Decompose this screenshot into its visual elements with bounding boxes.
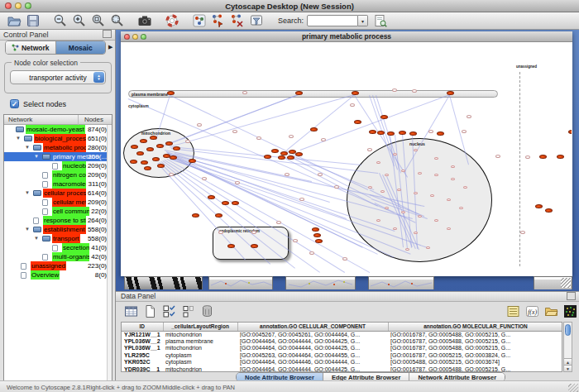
network-node[interactable] [144, 166, 151, 170]
frame-resize-grip[interactable] [561, 278, 571, 288]
color-attribute-dropdown[interactable]: transporter activity ▲▼ [10, 70, 106, 84]
network-node[interactable] [535, 204, 543, 208]
expander-icon[interactable]: ▼ [25, 143, 30, 152]
network-node[interactable] [189, 159, 196, 163]
network-node[interactable] [131, 145, 138, 149]
network-node[interactable] [447, 91, 454, 95]
create-view-icon[interactable] [211, 13, 226, 28]
tree-row[interactable]: multi-organism pro42(0) [4, 252, 108, 261]
network-node[interactable] [313, 233, 321, 237]
frame-close-button[interactable] [124, 34, 130, 40]
network-node[interactable] [278, 155, 285, 160]
new-attribute-icon[interactable] [143, 304, 157, 318]
column-header[interactable]: annotation.GO CELLULAR_COMPONENT [237, 323, 388, 331]
tree-row[interactable]: secretion41(0) [4, 243, 108, 252]
search-input[interactable] [307, 15, 358, 26]
table-scrollbar[interactable]: ▲ ▼ [563, 322, 572, 372]
tree-row[interactable]: nitrogen compo209(0) [4, 170, 108, 179]
network-node[interactable] [539, 155, 547, 159]
search-dropdown-button[interactable]: ▾ [358, 15, 368, 26]
network-node[interactable] [409, 131, 417, 136]
tree-row[interactable]: cellular metabol209(0) [4, 198, 108, 207]
network-node[interactable] [208, 195, 215, 199]
save-session-icon[interactable] [26, 13, 41, 28]
frame-minimize-button[interactable] [132, 34, 138, 40]
network-node[interactable] [215, 213, 223, 218]
network-node[interactable] [222, 201, 229, 205]
import-attributes-icon[interactable] [544, 304, 558, 318]
expander-icon[interactable]: ▼ [25, 189, 30, 198]
snapshot-camera-icon[interactable] [137, 13, 152, 28]
zoom-in-icon[interactable] [72, 13, 87, 28]
network-frame-titlebar[interactable]: primary metabolic process [121, 31, 572, 42]
tree-row[interactable]: nucleobase-209(0) [4, 161, 108, 170]
tree-row[interactable]: ▼cellular process614(0) [4, 189, 108, 198]
table-row[interactable]: YLR295Ccytoplasm[GO:0045263, GO:0044464,… [122, 351, 562, 358]
background-window-zoomed[interactable] [124, 276, 203, 289]
table-row[interactable]: YPL036W__2plasma membrane[GO:0044464, GO… [122, 337, 562, 344]
frame-zoom-button[interactable] [141, 34, 146, 40]
network-node[interactable] [289, 150, 296, 154]
background-window-4[interactable] [534, 276, 572, 289]
tree-row[interactable]: response to stimulu264(0) [4, 216, 108, 225]
tree-row[interactable]: ▼establishment of lo558(0) [4, 225, 108, 234]
zoom-selected-icon[interactable] [110, 13, 125, 28]
network-node[interactable] [173, 146, 180, 151]
network-canvas[interactable]: plasma membrane cytoplasm mitochondrion … [122, 42, 572, 276]
network-node[interactable] [152, 157, 160, 161]
tree-row[interactable]: ▼primary metabo209(... [4, 152, 108, 161]
network-node[interactable] [156, 144, 164, 148]
network-node[interactable] [437, 131, 444, 136]
background-window-1[interactable] [208, 276, 273, 289]
network-node[interactable] [295, 152, 303, 156]
select-attributes-icon[interactable] [162, 304, 176, 318]
tree-row[interactable]: mosaic-demo-yeast874(0) [4, 125, 108, 134]
tree-row[interactable]: macromolecule311(0) [4, 179, 108, 189]
network-node[interactable] [354, 120, 361, 124]
scroll-down-button[interactable]: ▼ [564, 365, 572, 371]
tab-mosaic[interactable]: Mosaic [56, 41, 106, 54]
network-node[interactable] [387, 131, 395, 136]
network-node[interactable] [271, 149, 279, 153]
network-node[interactable] [170, 155, 177, 160]
expander-icon[interactable]: ▼ [34, 152, 39, 161]
network-node[interactable] [136, 151, 144, 155]
formula-fx-icon[interactable]: f(x) [525, 304, 539, 318]
network-node[interactable] [315, 239, 323, 243]
zoom-button[interactable] [25, 2, 31, 9]
tree-row[interactable]: Overview8(0) [4, 270, 108, 280]
network-node[interactable] [141, 160, 148, 165]
close-button[interactable] [5, 2, 12, 9]
tree-row[interactable]: ▼biological_process651(0) [4, 134, 108, 143]
annotation-icon[interactable] [192, 13, 207, 28]
expander-icon[interactable]: ▼ [16, 134, 21, 143]
tab-overflow-arrow[interactable]: ▶ [108, 44, 112, 50]
zoom-out-icon[interactable] [53, 13, 68, 28]
delete-attribute-icon[interactable] [200, 304, 214, 318]
select-nodes-checkbox[interactable]: ✓ [10, 99, 19, 108]
network-node[interactable] [568, 130, 572, 134]
help-lifering-icon[interactable] [165, 13, 179, 28]
expander-icon[interactable]: ▼ [25, 225, 30, 234]
column-header[interactable]: ID [122, 323, 163, 331]
float-panel-icon[interactable] [104, 31, 112, 38]
network-node[interactable] [227, 244, 235, 248]
vizmapper-icon[interactable] [249, 13, 264, 28]
scroll-up-button[interactable]: ▲ [564, 358, 572, 365]
network-node[interactable] [140, 139, 147, 143]
window-resize-grip[interactable] [568, 384, 578, 392]
scrollbar-thumb[interactable] [565, 324, 571, 336]
network-node[interactable] [232, 201, 239, 205]
tree-row[interactable]: ▼metabolic process280(0) [4, 143, 108, 152]
table-row[interactable]: YKR052Ccytoplasm[GO:0044464, GO:0044446,… [122, 359, 562, 366]
table-row[interactable]: YJR121W__1mitochondrion[GO:0045267, GO:0… [122, 331, 562, 337]
column-header[interactable]: annotation.GO MOLECULAR_FUNCTION [388, 323, 562, 331]
destroy-view-icon[interactable] [230, 13, 245, 28]
tree-row[interactable]: unassigned223(0) [4, 261, 108, 270]
tab-network[interactable]: Network [6, 41, 56, 54]
zoom-fit-icon[interactable] [91, 13, 106, 28]
network-node[interactable] [310, 127, 318, 131]
table-row[interactable]: YPL036W__1mitochondrion[GO:0044464, GO:0… [122, 345, 562, 351]
network-node[interactable] [312, 227, 319, 232]
network-node[interactable] [380, 115, 388, 119]
